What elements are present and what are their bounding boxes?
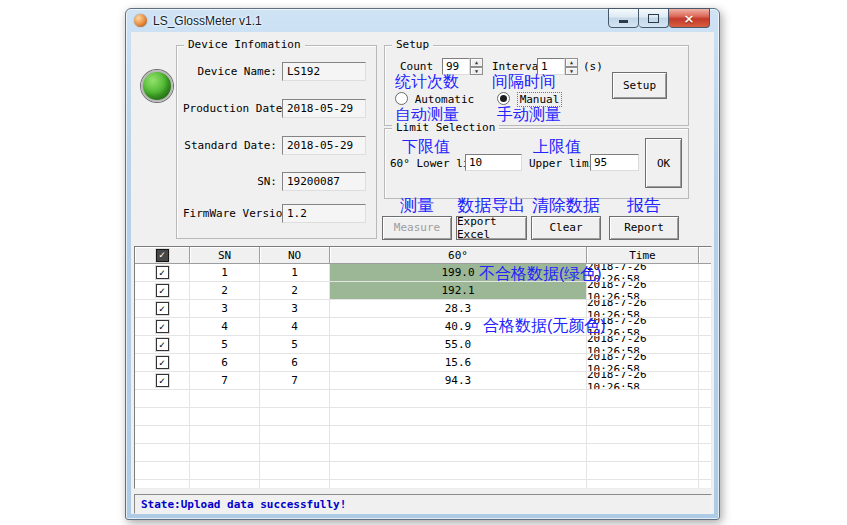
interval-unit: (s) — [583, 60, 603, 73]
filler-column-header — [699, 247, 711, 264]
automatic-radio[interactable]: Automatic — [395, 92, 474, 106]
device-name-field[interactable] — [282, 62, 366, 81]
row-checkbox[interactable]: ✓ — [156, 284, 169, 297]
app-icon — [134, 14, 147, 27]
device-info-title: Device Infomation — [184, 38, 305, 51]
empty-table-row — [135, 480, 711, 489]
maximize-icon — [648, 14, 659, 23]
interval-spinner[interactable]: ▲ ▼ — [565, 58, 578, 75]
spin-down-icon[interactable]: ▼ — [565, 67, 578, 76]
limit-selection-title: Limit Selection — [392, 121, 499, 134]
count-spinner[interactable]: ▲ ▼ — [470, 58, 483, 75]
spin-down-icon[interactable]: ▼ — [470, 67, 483, 76]
no-column-header[interactable]: NO — [260, 247, 330, 264]
good-data-annotation: 合格数据(无颜色) — [483, 317, 606, 335]
client-area: Device Infomation Device Name: Productio… — [131, 32, 714, 514]
empty-table-row — [135, 462, 711, 480]
time-column-header[interactable]: Time — [587, 247, 699, 264]
setup-title: Setup — [392, 38, 433, 51]
manual-radio-icon[interactable] — [497, 92, 510, 105]
minimize-icon — [619, 20, 628, 23]
firmware-label: FirmWare Version: — [183, 207, 277, 220]
empty-table-row — [135, 444, 711, 462]
row-checkbox[interactable]: ✓ — [156, 374, 169, 387]
lower-limit-cn-annotation: 下限值 — [402, 138, 450, 156]
measure-button[interactable]: Measure — [382, 216, 452, 240]
titlebar[interactable]: LS_GlossMeter v1.1 × — [126, 9, 719, 32]
report-button[interactable]: Report — [609, 216, 679, 240]
measurement-table: ✓ SN NO 60° Time ✓11199.02018-7-26 10:26… — [134, 246, 712, 489]
table-body: ✓11199.02018-7-26 10:26:58✓22192.12018-7… — [135, 264, 711, 489]
row-checkbox[interactable]: ✓ — [156, 356, 169, 369]
empty-table-row — [135, 390, 711, 408]
row-checkbox[interactable]: ✓ — [156, 320, 169, 333]
minimize-button[interactable] — [608, 8, 639, 28]
manual-label: Manual — [517, 92, 563, 107]
close-button[interactable]: × — [669, 8, 710, 28]
row-checkbox[interactable]: ✓ — [156, 338, 169, 351]
row-checkbox[interactable]: ✓ — [156, 302, 169, 315]
status-text: State:Upload data successfully! — [141, 498, 346, 511]
export-excel-button[interactable]: Export Excel — [456, 216, 527, 240]
empty-table-row — [135, 408, 711, 426]
manual-radio[interactable]: Manual — [497, 92, 562, 106]
window-controls: × — [608, 8, 710, 28]
select-all-checkbox[interactable]: ✓ — [156, 249, 169, 262]
ok-button[interactable]: OK — [645, 138, 682, 188]
manual-cn-annotation: 手动测量 — [497, 106, 561, 124]
production-date-label: Production Date: — [183, 102, 277, 115]
gloss-column-header[interactable]: 60° — [330, 247, 587, 264]
setup-button[interactable]: Setup — [612, 72, 667, 99]
report-cn-annotation: 报告 — [627, 197, 661, 216]
device-name-row: Device Name: — [183, 62, 371, 81]
firmware-row: FirmWare Version: — [183, 204, 371, 223]
setup-group: Setup Count ▲ ▼ Interval ▲ ▼ (s) 统计次数 间隔… — [384, 45, 689, 126]
count-cn-annotation: 统计次数 — [395, 73, 459, 91]
measure-action: 测量 Measure — [382, 197, 452, 240]
status-bar: State:Upload data successfully! — [134, 494, 712, 514]
table-row: ✓7794.32018-7-26 10:26:58 — [135, 372, 711, 390]
upper-limit-input[interactable] — [590, 154, 639, 171]
row-checkbox[interactable]: ✓ — [156, 266, 169, 279]
standard-date-label: Standard Date: — [183, 139, 277, 152]
clear-cn-annotation: 清除数据 — [532, 197, 600, 216]
automatic-label: Automatic — [415, 93, 475, 106]
window-title: LS_GlossMeter v1.1 — [153, 14, 262, 28]
connection-status-led — [141, 70, 173, 102]
standard-date-row: Standard Date: — [183, 136, 371, 155]
firmware-field[interactable] — [282, 204, 366, 223]
lower-limit-input[interactable] — [465, 154, 522, 171]
count-label: Count — [400, 60, 433, 73]
table-row: ✓4440.92018-7-26 10:26:58 — [135, 318, 711, 336]
export-cn-annotation: 数据导出 — [458, 197, 526, 216]
limit-selection-group: Limit Selection 下限值 上限值 60° Lower limit … — [384, 128, 689, 199]
clear-action: 清除数据 Clear — [531, 197, 601, 240]
table-row: ✓5555.02018-7-26 10:26:58 — [135, 336, 711, 354]
device-info-group: Device Infomation Device Name: Productio… — [176, 45, 377, 239]
production-date-field[interactable] — [282, 99, 366, 118]
sn-column-header[interactable]: SN — [190, 247, 260, 264]
spin-up-icon[interactable]: ▲ — [470, 58, 483, 67]
close-icon: × — [684, 12, 695, 25]
table-row: ✓11199.02018-7-26 10:26:58 — [135, 264, 711, 282]
standard-date-field[interactable] — [282, 136, 366, 155]
sn-row: SN: — [183, 172, 371, 191]
sn-label: SN: — [183, 175, 277, 188]
automatic-radio-icon[interactable] — [395, 92, 408, 105]
production-date-row: Production Date: — [183, 99, 371, 118]
table-row: ✓22192.12018-7-26 10:26:58 — [135, 282, 711, 300]
select-all-header[interactable]: ✓ — [135, 247, 190, 264]
table-row: ✓6615.62018-7-26 10:26:58 — [135, 354, 711, 372]
report-action: 报告 Report — [609, 197, 679, 240]
maximize-button[interactable] — [639, 8, 669, 28]
interval-cn-annotation: 间隔时间 — [492, 73, 556, 91]
upper-limit-cn-annotation: 上限值 — [533, 138, 581, 156]
spin-up-icon[interactable]: ▲ — [565, 58, 578, 67]
app-window: LS_GlossMeter v1.1 × Device Infomation D… — [125, 8, 720, 520]
table-row: ✓3328.32018-7-26 10:26:58 — [135, 300, 711, 318]
sn-field[interactable] — [282, 172, 366, 191]
device-name-label: Device Name: — [183, 65, 277, 78]
export-action: 数据导出 Export Excel — [456, 197, 527, 240]
empty-table-row — [135, 426, 711, 444]
clear-button[interactable]: Clear — [531, 216, 601, 240]
